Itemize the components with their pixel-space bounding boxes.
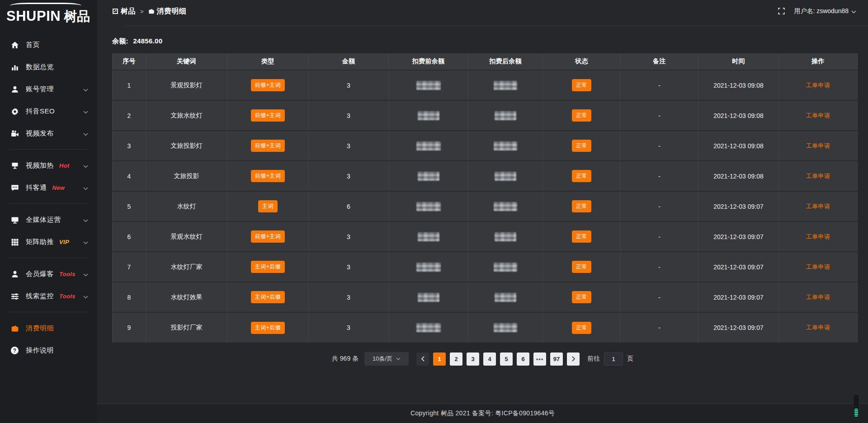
ticket-request-link[interactable]: 工单申请 xyxy=(806,142,830,149)
type-tag: 主词+后缀 xyxy=(251,322,285,334)
seo-gear-icon xyxy=(10,107,19,116)
masked-value xyxy=(495,172,516,181)
video-heat-icon xyxy=(10,161,19,170)
cell-index: 8 xyxy=(113,282,146,312)
cell-remark: - xyxy=(621,70,698,100)
copyright-text: Copyright 树品 2021 备案号: 粤ICP备09019646号 xyxy=(410,409,555,418)
page-button-3[interactable]: 3 xyxy=(467,352,479,366)
cell-type: 主词+后缀 xyxy=(227,282,309,312)
more-pages-button[interactable]: ••• xyxy=(533,352,546,366)
username-label: 用户名: zswodun88 xyxy=(794,7,849,15)
home-icon xyxy=(10,41,19,49)
page-size-select[interactable]: 10条/页 xyxy=(364,352,409,366)
masked-value xyxy=(495,293,516,302)
cell-status: 正常 xyxy=(543,161,621,191)
status-badge: 正常 xyxy=(572,170,591,182)
type-tag: 前缀+主词 xyxy=(251,140,285,152)
status-badge: 正常 xyxy=(572,230,591,243)
page-button-6[interactable]: 6 xyxy=(517,352,529,366)
cell-index: 7 xyxy=(113,252,146,282)
type-tag: 前缀+主词 xyxy=(251,170,285,182)
ticket-request-link[interactable]: 工单申请 xyxy=(806,233,830,240)
sidebar-item-data-overview[interactable]: 数据总览 xyxy=(0,56,97,78)
cell-amount: 3 xyxy=(309,70,389,100)
status-badge: 正常 xyxy=(572,322,591,334)
jump-unit: 页 xyxy=(627,355,633,363)
wallet-icon xyxy=(148,8,155,14)
ticket-request-link[interactable]: 工单申请 xyxy=(806,82,830,89)
page-button-4[interactable]: 4 xyxy=(483,352,496,366)
column-header: 扣费前余额 xyxy=(389,53,468,70)
cell-action: 工单申请 xyxy=(779,70,858,100)
breadcrumb-home-link[interactable]: 树品 xyxy=(112,7,136,16)
cell-action: 工单申请 xyxy=(779,131,858,161)
prev-page-button[interactable] xyxy=(416,352,429,366)
page-size-value: 10条/页 xyxy=(373,355,392,363)
cell-status: 正常 xyxy=(543,282,621,312)
sidebar-divider xyxy=(9,203,88,204)
page-button-2[interactable]: 2 xyxy=(450,352,462,366)
next-page-button[interactable] xyxy=(567,352,580,366)
cell-time: 2021-12-03 09:08 xyxy=(698,70,779,100)
main-area: 树品 > 消费明细 用户名: zswodun88 余额: xyxy=(97,0,868,423)
masked-value xyxy=(494,263,517,272)
sidebar-item-wallet[interactable]: 消费明细 xyxy=(0,317,97,339)
cell-keyword: 文旅投影灯 xyxy=(146,131,227,161)
cell-keyword: 景观水纹灯 xyxy=(146,221,227,252)
cell-balance-after xyxy=(468,221,543,252)
ticket-request-link[interactable]: 工单申请 xyxy=(806,294,830,301)
sidebar-item-label: 视频加热 xyxy=(26,161,54,170)
cell-index: 6 xyxy=(113,221,146,252)
sidebar-item-question[interactable]: ? 操作说明 xyxy=(0,339,97,362)
column-header: 扣费后余额 xyxy=(468,53,543,70)
user-menu[interactable]: 用户名: zswodun88 xyxy=(794,7,856,15)
sidebar-item-badge: VIP xyxy=(59,239,69,245)
sidebar-item-media-monitor[interactable]: 全媒体运营 xyxy=(0,209,97,231)
sidebar-item-home[interactable]: 首页 xyxy=(0,34,97,56)
data-overview-icon xyxy=(10,63,19,71)
type-tag: 主词 xyxy=(258,200,278,212)
cell-balance-before xyxy=(389,221,468,252)
ticket-request-link[interactable]: 工单申请 xyxy=(806,173,830,179)
masked-value xyxy=(494,202,517,211)
masked-value xyxy=(418,232,439,241)
sidebar-item-matrix-grid[interactable]: 矩阵助推 VIP xyxy=(0,231,97,253)
breadcrumb-current-link[interactable]: 消费明细 xyxy=(148,7,187,16)
dashboard-icon xyxy=(112,8,118,14)
cell-index: 2 xyxy=(113,100,146,131)
pagination: 共 969 条 10条/页 123456•••97 前往 页 xyxy=(97,352,868,366)
cell-remark: - xyxy=(621,161,698,191)
sidebar-item-video-publish[interactable]: 视频发布 xyxy=(0,122,97,145)
table-row: 4 文旅投影 前缀+主词 3 正常 - 2021-12-03 09:08 工单申… xyxy=(113,161,858,191)
table-row: 2 文旅水纹灯 前缀+主词 3 正常 - 2021-12-03 09:08 工单… xyxy=(113,100,858,131)
fullscreen-icon[interactable] xyxy=(778,7,786,15)
column-header: 金额 xyxy=(309,53,389,70)
chevron-down-icon xyxy=(83,108,88,116)
sidebar-item-chat[interactable]: 抖客通 New xyxy=(0,177,97,199)
ticket-request-link[interactable]: 工单申请 xyxy=(806,263,830,270)
sidebar-item-member[interactable]: 会员爆客 Tools xyxy=(0,263,97,285)
cell-remark: - xyxy=(621,312,698,343)
sidebar-item-video-heat[interactable]: 视频加热 Hot xyxy=(0,155,97,177)
cell-balance-before xyxy=(389,70,468,100)
cell-type: 前缀+主词 xyxy=(227,70,309,100)
sidebar-item-seo-gear[interactable]: 抖音SEO xyxy=(0,100,97,122)
page-button-97[interactable]: 97 xyxy=(550,352,563,366)
sidebar-item-label: 矩阵助推 xyxy=(26,238,54,246)
floating-side-widget[interactable] xyxy=(853,394,859,418)
cell-action: 工单申请 xyxy=(779,282,858,312)
consumption-table: 序号关键词类型金额扣费前余额扣费后余额状态备注时间操作 1 景观投影灯 前缀+主… xyxy=(112,53,858,343)
ticket-request-link[interactable]: 工单申请 xyxy=(806,112,830,119)
page-button-1[interactable]: 1 xyxy=(433,352,446,366)
jump-page-input[interactable] xyxy=(604,352,623,366)
sidebar-item-clue-sliders[interactable]: 线索监控 Tools xyxy=(0,285,97,307)
masked-value xyxy=(416,202,441,211)
page-button-5[interactable]: 5 xyxy=(500,352,513,366)
sidebar-item-account[interactable]: 账号管理 xyxy=(0,78,97,100)
status-badge: 正常 xyxy=(572,140,591,152)
ticket-request-link[interactable]: 工单申请 xyxy=(806,203,830,210)
balance-label: 余额: xyxy=(112,37,128,45)
video-publish-icon xyxy=(10,129,19,138)
ticket-request-link[interactable]: 工单申请 xyxy=(806,324,830,331)
brand-name-en: SHUPIN xyxy=(6,8,61,24)
